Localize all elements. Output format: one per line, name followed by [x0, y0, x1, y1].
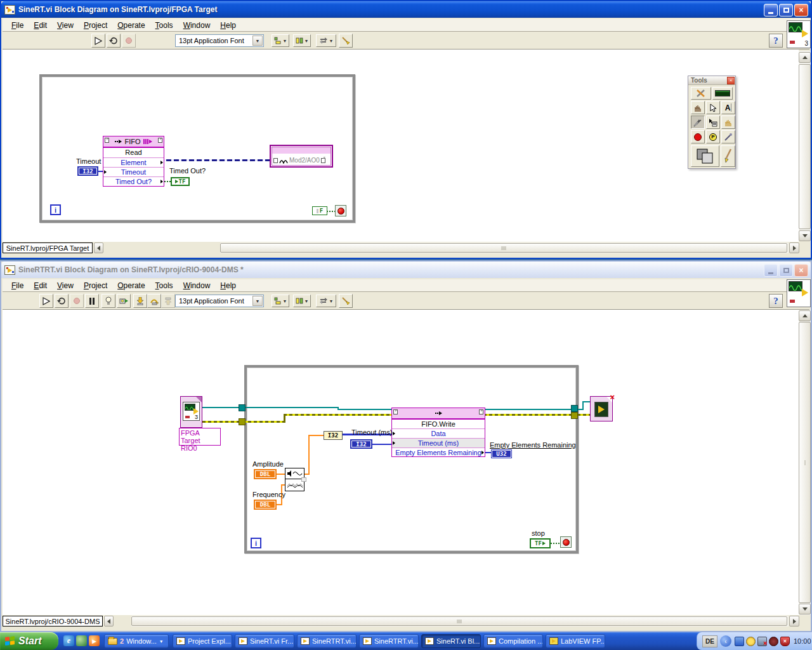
- menu-project[interactable]: Project: [79, 280, 112, 291]
- taskbar-button-labview-fpga[interactable]: LabVIEW FP...: [546, 634, 605, 648]
- timeout-control-label[interactable]: Timeout: [76, 157, 101, 165]
- empty-elements-indicator-label[interactable]: Empty Elements Remaining: [490, 441, 576, 449]
- taskbar-button-project-explorer[interactable]: Project Expl...: [173, 634, 232, 648]
- pause-button[interactable]: [85, 294, 99, 308]
- scroll-down-button[interactable]: [799, 604, 811, 614]
- menu-operate[interactable]: Operate: [112, 20, 150, 31]
- align-objects-dropdown[interactable]: ▼: [272, 34, 289, 47]
- close-icon[interactable]: ×: [727, 77, 735, 84]
- step-over-button[interactable]: [147, 294, 161, 308]
- menu-operate[interactable]: Operate: [112, 280, 150, 291]
- font-selector[interactable]: 13pt Application Font ▼: [175, 295, 264, 307]
- loop-condition-terminal[interactable]: [560, 536, 572, 548]
- loop-tunnel-reference[interactable]: [239, 404, 246, 411]
- connect-wire-tool[interactable]: [691, 116, 705, 129]
- taskbar-clock[interactable]: 10:00: [794, 637, 811, 645]
- paintbrush-tool[interactable]: [721, 145, 735, 167]
- help-button[interactable]: ?: [769, 34, 783, 48]
- timeout-control-terminal[interactable]: I32: [77, 166, 98, 176]
- minimize-button[interactable]: [764, 4, 778, 17]
- context-scroll-left-button[interactable]: [104, 616, 114, 627]
- scroll-down-button[interactable]: [799, 230, 811, 241]
- abort-button[interactable]: [70, 294, 84, 308]
- stop-control-label[interactable]: stop: [532, 529, 545, 537]
- position-select-tool[interactable]: [706, 101, 720, 114]
- media-player-icon[interactable]: ▸: [89, 635, 100, 646]
- amplitude-control-label[interactable]: Amplitude: [252, 460, 284, 468]
- wire-amplitude[interactable]: [277, 474, 285, 475]
- wire-fpga-reference[interactable]: [202, 407, 337, 408]
- taskbar-window-group-button[interactable]: 2 Window... ▼: [104, 634, 169, 648]
- shortcut-menu-tool[interactable]: [706, 116, 720, 129]
- menu-view[interactable]: View: [52, 280, 79, 291]
- retain-wire-values-button[interactable]: [117, 294, 131, 308]
- while-loop[interactable]: [244, 365, 579, 554]
- language-indicator[interactable]: DE: [702, 635, 717, 647]
- scroll-up-button[interactable]: [799, 52, 811, 63]
- minimize-button[interactable]: [764, 264, 778, 277]
- wire-stop-condition[interactable]: [327, 211, 336, 212]
- fifo-row-timed-out[interactable]: Timed Out?: [103, 176, 164, 186]
- wire-stop-condition[interactable]: [551, 543, 561, 544]
- taskbar-button-sinert-front[interactable]: SineRT.vi Fr...: [235, 634, 294, 648]
- target-context-tab[interactable]: SineRT.lvproj/FPGA Target: [3, 242, 93, 253]
- cleanup-diagram-button[interactable]: [339, 34, 353, 48]
- false-constant[interactable]: F: [312, 206, 327, 215]
- invoke-row-data[interactable]: Data: [392, 428, 485, 438]
- fpga-titlebar[interactable]: SineRT.vi Block Diagram on SineRT.lvproj…: [1, 1, 811, 18]
- target-context-tab[interactable]: SineRT.lvproj/cRIO-9004-DMS: [3, 616, 103, 627]
- scroll-right-button[interactable]: [789, 242, 799, 253]
- timed-out-indicator-label[interactable]: Timed Out?: [169, 167, 206, 175]
- highlight-execution-button[interactable]: [102, 294, 115, 308]
- wire-sine-output[interactable]: [308, 435, 310, 475]
- amplitude-control-terminal[interactable]: DBL: [254, 469, 277, 479]
- tray-blocked-icon[interactable]: [769, 637, 778, 646]
- invoke-row-title[interactable]: FIFO.Write: [392, 419, 485, 428]
- fpga-target-label[interactable]: FPGA Target RIO0: [179, 428, 221, 446]
- loop-tunnel-error[interactable]: [239, 418, 246, 425]
- distribute-objects-dropdown[interactable]: ▼: [293, 34, 311, 47]
- scroll-tool[interactable]: [721, 116, 735, 129]
- breakpoint-tool[interactable]: [691, 130, 705, 143]
- auto-tool-button[interactable]: [691, 87, 711, 100]
- vertical-scrollbar-thumb[interactable]: [799, 64, 811, 229]
- analog-output-io-node[interactable]: Mod2/AO0: [270, 145, 333, 168]
- taskbar-button-sinert-block-diagram[interactable]: SineRT.vi Bl...: [421, 634, 481, 648]
- frequency-control-terminal[interactable]: DBL: [254, 500, 277, 510]
- set-color-tool[interactable]: [691, 145, 719, 167]
- context-scroll-left-button[interactable]: [94, 242, 103, 253]
- vi-icon-panel[interactable]: [787, 279, 811, 307]
- align-objects-dropdown[interactable]: ▼: [272, 295, 289, 307]
- step-into-button[interactable]: [133, 294, 147, 308]
- loop-condition-terminal[interactable]: [335, 205, 346, 216]
- frequency-control-label[interactable]: Frequency: [252, 491, 285, 498]
- menu-tools[interactable]: Tools: [150, 280, 178, 291]
- fifo-write-invoke-node[interactable]: FIFO.Write Data Timeout (ms) Empty Eleme…: [391, 408, 485, 457]
- menu-project[interactable]: Project: [79, 20, 112, 31]
- abort-button[interactable]: [122, 34, 136, 48]
- maximize-button[interactable]: [779, 4, 793, 17]
- menu-help[interactable]: Help: [215, 280, 241, 291]
- run-button[interactable]: [39, 294, 53, 308]
- tray-collapse-chevron-icon[interactable]: ‹: [720, 635, 731, 647]
- run-continuously-button[interactable]: [107, 34, 121, 48]
- menu-window[interactable]: Window: [178, 280, 216, 291]
- menu-tools[interactable]: Tools: [150, 20, 178, 31]
- edit-text-tool[interactable]: A: [721, 101, 735, 114]
- loop-tunnel-reference[interactable]: [571, 405, 578, 412]
- tray-disconnected-icon[interactable]: ×: [757, 637, 767, 646]
- invoke-row-empty-elements[interactable]: Empty Elements Remaining: [392, 448, 485, 457]
- open-fpga-vi-reference-node[interactable]: 3: [180, 396, 202, 428]
- menu-file[interactable]: File: [6, 280, 29, 291]
- wire-error-cluster[interactable]: [577, 414, 591, 416]
- fifo-row-element[interactable]: Element: [103, 157, 164, 167]
- close-button[interactable]: ×: [794, 4, 808, 17]
- empty-elements-indicator-terminal[interactable]: U32: [491, 449, 512, 458]
- menu-window[interactable]: Window: [178, 20, 216, 31]
- tray-security-shield-icon[interactable]: ×: [780, 637, 790, 646]
- rt-titlebar[interactable]: SineRTRT.vi Block Diagram on SineRT.lvpr…: [1, 262, 811, 278]
- vertical-scrollbar-thumb[interactable]: [799, 322, 811, 603]
- iteration-terminal[interactable]: i: [50, 204, 61, 215]
- chevron-down-icon[interactable]: ▼: [252, 296, 263, 306]
- menu-help[interactable]: Help: [215, 20, 241, 31]
